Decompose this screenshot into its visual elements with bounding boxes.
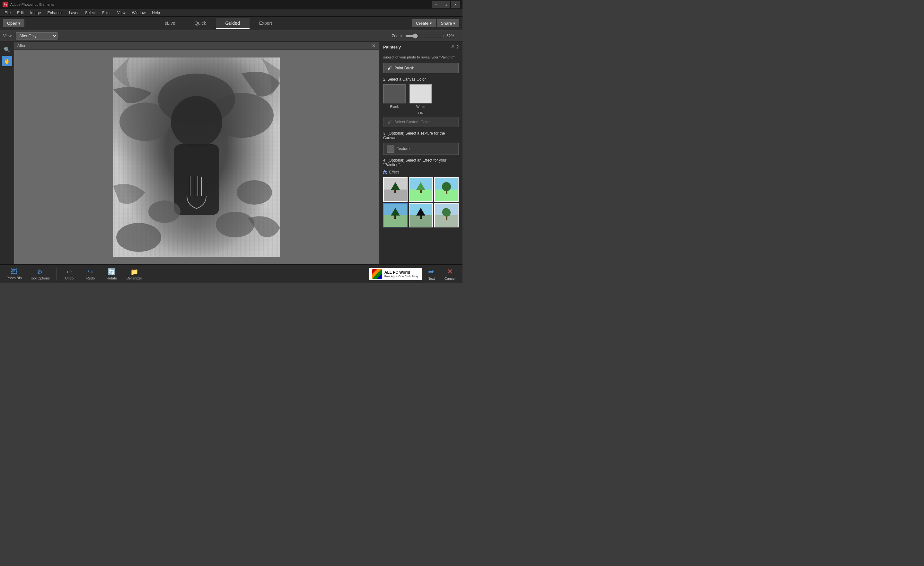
- menu-enhance[interactable]: Enhance: [44, 10, 66, 16]
- hand-tool-button[interactable]: ✋: [2, 56, 12, 66]
- canvas-label: After: [17, 44, 26, 48]
- svg-point-3: [171, 96, 222, 147]
- canvas-close-button[interactable]: ✕: [372, 43, 376, 48]
- menu-edit[interactable]: Edit: [14, 10, 27, 16]
- white-swatch[interactable]: [410, 84, 432, 104]
- cancel-button[interactable]: ✕ Cancel: [441, 266, 459, 282]
- tab-quick[interactable]: Quick: [185, 18, 216, 29]
- next-label: Next: [428, 276, 435, 281]
- step4-section: 4. (Optional) Select an Effect for your …: [383, 158, 459, 227]
- menu-window[interactable]: Window: [129, 10, 149, 16]
- panel-help-button[interactable]: ?: [456, 44, 459, 50]
- options-bar: View: After Only Before Only Before & Af…: [0, 30, 462, 42]
- white-swatch-item[interactable]: White: [410, 84, 432, 108]
- redo-label: Redo: [86, 276, 95, 280]
- menu-help[interactable]: Help: [149, 10, 163, 16]
- custom-color-button[interactable]: 🖌 Select Custom Color: [383, 117, 459, 127]
- badge-logo: [372, 269, 382, 279]
- allpcworld-badge[interactable]: ALL PC World Free Apps One Click Away: [369, 268, 422, 280]
- svg-point-8: [237, 180, 272, 205]
- rotate-button[interactable]: 🔄 Rotate: [102, 267, 122, 281]
- paint-brush-button[interactable]: 🖌 Paint Brush: [383, 63, 459, 73]
- color-swatches: Black White: [383, 84, 459, 108]
- window-controls: ─ □ ✕: [432, 1, 460, 8]
- bottom-right: ALL PC World Free Apps One Click Away ➡ …: [369, 266, 459, 282]
- paint-brush-icon: 🖌: [387, 66, 392, 71]
- right-panel: Painterly ↺ ? subject of your photo to r…: [379, 42, 462, 264]
- black-swatch-item[interactable]: Black: [383, 84, 406, 108]
- photo-container: [113, 57, 280, 257]
- effect-thumb-2[interactable]: [409, 177, 433, 202]
- svg-point-6: [216, 212, 254, 237]
- rotate-icon: 🔄: [108, 268, 116, 276]
- undo-icon: ↩: [66, 268, 72, 276]
- menu-file[interactable]: File: [1, 10, 14, 16]
- maximize-button[interactable]: □: [441, 1, 450, 8]
- svg-point-5: [148, 200, 180, 223]
- menu-filter[interactable]: Filter: [99, 10, 114, 16]
- menu-layer[interactable]: Layer: [66, 10, 82, 16]
- effect-thumb-1[interactable]: [383, 177, 408, 202]
- left-toolbar: 🔍 ✋: [0, 42, 14, 264]
- photo-image: [113, 57, 280, 257]
- step3-label: 3. (Optional) Select a Texture for the C…: [383, 131, 459, 140]
- menu-select[interactable]: Select: [82, 10, 99, 16]
- photo-bin-label: Photo Bin: [6, 276, 22, 280]
- app-icon: Ps Adobe Photoshop Elements: [3, 2, 54, 8]
- photo-bin-icon: 🖼: [11, 268, 17, 275]
- photo-bin-button[interactable]: 🖼 Photo Bin: [3, 267, 25, 281]
- minimize-button[interactable]: ─: [432, 1, 441, 8]
- create-button[interactable]: Create ▾: [412, 19, 436, 27]
- effect-thumb-3[interactable]: [434, 177, 459, 202]
- badge-title: ALL PC World: [384, 270, 418, 275]
- black-label: Black: [390, 105, 399, 108]
- tab-expert[interactable]: Expert: [249, 18, 282, 29]
- main-area: 🔍 ✋ After ✕: [0, 42, 462, 264]
- canvas-content: [14, 50, 379, 264]
- undo-button[interactable]: ↩ Undo: [60, 267, 79, 281]
- close-button[interactable]: ✕: [451, 1, 460, 8]
- share-button[interactable]: Share ▾: [437, 19, 459, 27]
- effect-thumb-5[interactable]: [409, 203, 433, 227]
- effect-thumb-6[interactable]: [434, 203, 459, 227]
- zoom-slider[interactable]: [405, 33, 444, 39]
- cancel-label: Cancel: [444, 276, 455, 281]
- person-svg: [113, 57, 280, 257]
- open-button[interactable]: Open ▾: [3, 19, 24, 27]
- next-button[interactable]: ➡ Next: [424, 266, 439, 282]
- panel-body: subject of your photo to reveal your "Pa…: [379, 53, 462, 264]
- redo-button[interactable]: ↪ Redo: [81, 267, 100, 281]
- texture-button[interactable]: Texture: [383, 143, 459, 155]
- menubar: File Edit Image Enhance Layer Select Fil…: [0, 9, 462, 17]
- panel-refresh-button[interactable]: ↺: [450, 44, 454, 50]
- zoom-value: 52%: [446, 34, 459, 38]
- redo-icon: ↪: [88, 268, 93, 276]
- menu-view[interactable]: View: [114, 10, 129, 16]
- bottombar: 🖼 Photo Bin ⚙ Tool Options ↩ Undo ↪ Redo…: [0, 264, 462, 283]
- svg-rect-4: [174, 144, 219, 215]
- tab-elive[interactable]: eLive: [155, 18, 184, 29]
- zoom-label: Zoom:: [392, 34, 403, 38]
- tool-options-icon: ⚙: [37, 268, 43, 276]
- tool-options-button[interactable]: ⚙ Tool Options: [27, 267, 53, 281]
- menu-image[interactable]: Image: [27, 10, 44, 16]
- rotate-label: Rotate: [106, 276, 117, 280]
- next-arrow-icon: ➡: [428, 267, 434, 276]
- step2-label: 2. Select a Canvas Color.: [383, 77, 459, 82]
- right-actions: Create ▾ Share ▾: [412, 19, 459, 27]
- effect-text: Effect: [389, 170, 399, 174]
- effect-thumb-4[interactable]: [383, 203, 408, 227]
- custom-color-label: Select Custom Color: [394, 120, 430, 124]
- effect-label: fx Effect: [383, 170, 459, 175]
- search-tool-button[interactable]: 🔍: [2, 44, 12, 55]
- zoom-section: Zoom: 52%: [392, 33, 459, 39]
- tab-guided[interactable]: Guided: [216, 18, 249, 29]
- tool-options-label: Tool Options: [30, 276, 50, 280]
- organizer-button[interactable]: 📁 Organizer: [123, 267, 145, 281]
- view-label: View:: [3, 34, 12, 38]
- custom-color-icon: 🖌: [387, 120, 392, 125]
- black-swatch[interactable]: [383, 84, 406, 104]
- titlebar: Ps Adobe Photoshop Elements ─ □ ✕: [0, 0, 462, 9]
- badge-subtitle: Free Apps One Click Away: [384, 275, 418, 278]
- view-select[interactable]: After Only Before Only Before & After - …: [16, 32, 57, 39]
